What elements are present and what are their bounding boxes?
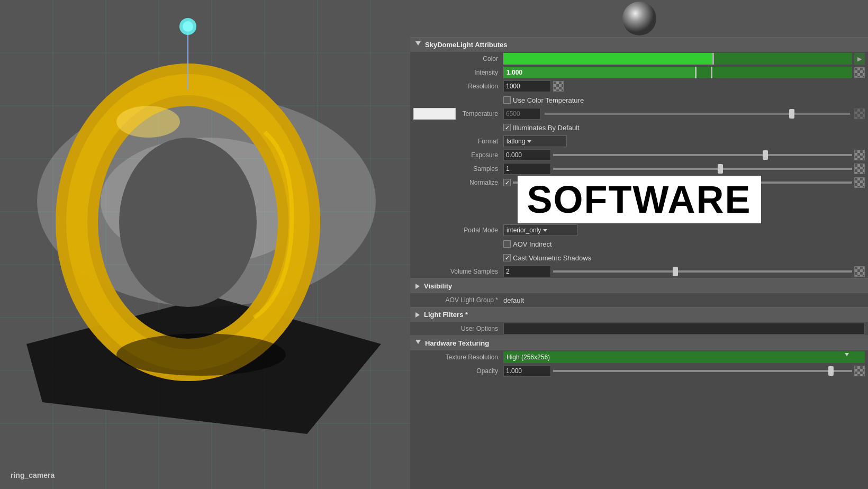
resolution-row: Resolution xyxy=(410,79,868,93)
format-dropdown-value: latlong xyxy=(507,138,525,145)
normalize-checker xyxy=(854,177,865,188)
intensity-value: 1.000 xyxy=(503,69,522,76)
software-watermark-row: Normalize SOFTWARE xyxy=(410,176,868,223)
exposure-input[interactable] xyxy=(503,149,551,161)
portal-mode-value: interior_only xyxy=(507,227,541,234)
svg-point-23 xyxy=(116,106,180,138)
software-watermark: SOFTWARE xyxy=(518,176,761,223)
volume-samples-row: Volume Samples xyxy=(410,265,868,278)
resolution-label: Resolution xyxy=(413,83,503,90)
opacity-input[interactable] xyxy=(503,365,551,377)
color-row: Color ▶ xyxy=(410,52,868,66)
format-dropdown-arrow xyxy=(527,140,531,143)
aov-light-group-row: AOV Light Group * default xyxy=(410,293,868,307)
opacity-slider[interactable] xyxy=(553,370,852,372)
user-options-value-area xyxy=(503,323,865,334)
cast-vol-shadows-checkbox[interactable] xyxy=(503,254,511,261)
exposure-row: Exposure xyxy=(410,148,868,162)
normalize-checkbox[interactable] xyxy=(503,179,511,186)
visibility-section-header[interactable]: Visibility xyxy=(410,279,868,293)
viewport: ring_camera xyxy=(0,0,410,489)
volume-samples-input[interactable] xyxy=(503,266,551,277)
samples-value-area[interactable] xyxy=(503,163,865,175)
aov-indirect-checkbox[interactable] xyxy=(503,240,511,248)
volume-samples-checker[interactable] xyxy=(854,266,865,277)
temperature-input[interactable] xyxy=(503,108,540,120)
illuminates-area: Illuminates By Default xyxy=(503,124,865,132)
aov-indirect-label: AOV Indirect xyxy=(513,240,552,248)
skydome-section-header[interactable]: SkyDomeLight Attributes xyxy=(410,38,868,52)
cast-vol-shadows-area: Cast Volumetric Shadows xyxy=(503,254,865,262)
texture-resolution-row: Texture Resolution High (256x256) xyxy=(410,350,868,364)
preview-area xyxy=(410,0,868,37)
user-options-label: User Options xyxy=(413,325,503,332)
exposure-value-area[interactable] xyxy=(503,149,865,161)
normalize-label: Normalize xyxy=(413,179,503,186)
format-value-area: latlong xyxy=(503,135,865,147)
color-value-area[interactable]: ▶ xyxy=(503,53,865,65)
illuminates-label: Illuminates By Default xyxy=(513,124,580,132)
exposure-slider[interactable] xyxy=(553,154,852,156)
format-label: Format xyxy=(413,138,503,145)
resolution-input[interactable] xyxy=(503,80,551,92)
exposure-label: Exposure xyxy=(413,151,503,159)
user-options-row: User Options xyxy=(410,322,868,336)
temperature-label: Temperature xyxy=(456,110,503,117)
portal-mode-row: Portal Mode interior_only xyxy=(410,223,868,237)
visibility-section-title: Visibility xyxy=(424,282,452,290)
opacity-label: Opacity xyxy=(413,367,503,375)
illuminates-checkbox[interactable] xyxy=(503,124,511,131)
opacity-value-area[interactable] xyxy=(503,365,865,377)
light-filters-section-title: Light Filters * xyxy=(424,311,468,319)
user-options-input[interactable] xyxy=(503,323,865,334)
skydome-section-title: SkyDomeLight Attributes xyxy=(425,41,508,49)
intensity-label: Intensity xyxy=(413,69,503,76)
properties-panel: SkyDomeLight Attributes Color ▶ Intensit… xyxy=(410,0,868,489)
intensity-row: Intensity 1.000 xyxy=(410,66,868,79)
samples-slider[interactable] xyxy=(553,168,852,170)
temperature-color-preview xyxy=(413,108,456,120)
hardware-texturing-section-title: Hardware Texturing xyxy=(425,339,489,347)
exposure-checker-btn[interactable] xyxy=(854,150,865,160)
use-color-temp-checkbox[interactable] xyxy=(503,96,511,104)
color-label: Color xyxy=(413,55,503,62)
volume-samples-value-area[interactable] xyxy=(503,266,865,277)
aov-indirect-row: AOV Indirect xyxy=(410,237,868,251)
cast-vol-shadows-row: Cast Volumetric Shadows xyxy=(410,251,868,265)
samples-row: Samples xyxy=(410,162,868,176)
svg-point-22 xyxy=(119,138,257,307)
svg-point-27 xyxy=(116,333,286,376)
svg-point-26 xyxy=(183,21,193,32)
opacity-row: Opacity xyxy=(410,364,868,378)
samples-checker-btn[interactable] xyxy=(854,164,865,174)
aov-light-group-value-area: default xyxy=(503,296,865,304)
volume-samples-slider[interactable] xyxy=(553,270,852,273)
intensity-value-area[interactable]: 1.000 xyxy=(503,67,865,78)
texture-resolution-arrow xyxy=(845,353,849,356)
cast-vol-shadows-label: Cast Volumetric Shadows xyxy=(513,254,591,262)
opacity-checker[interactable] xyxy=(854,366,865,376)
texture-resolution-label: Texture Resolution xyxy=(413,354,503,361)
format-dropdown[interactable]: latlong xyxy=(503,135,567,147)
light-filters-section-header[interactable]: Light Filters * xyxy=(410,307,868,322)
temperature-slider[interactable] xyxy=(545,113,850,115)
intensity-checker-btn[interactable] xyxy=(854,67,865,78)
texture-resolution-bar[interactable]: High (256x256) xyxy=(503,351,865,363)
illuminates-row: Illuminates By Default xyxy=(410,121,868,134)
use-color-temp-row: Use Color Temperature xyxy=(410,93,868,107)
hardware-texturing-section-header[interactable]: Hardware Texturing xyxy=(410,336,868,350)
light-filters-collapse-icon xyxy=(415,312,420,318)
color-arrow-btn[interactable]: ▶ xyxy=(854,53,865,65)
resolution-checker-btn[interactable] xyxy=(553,81,564,92)
aov-indirect-area: AOV Indirect xyxy=(503,240,865,248)
temperature-checker-btn xyxy=(854,108,865,119)
use-color-temp-area: Use Color Temperature xyxy=(503,96,865,104)
use-color-temp-label: Use Color Temperature xyxy=(513,96,584,104)
samples-input[interactable] xyxy=(503,163,551,175)
temperature-value-area xyxy=(503,108,865,120)
aov-light-group-label: AOV Light Group * xyxy=(413,296,503,304)
texture-resolution-value: High (256x256) xyxy=(507,354,550,361)
portal-mode-dropdown[interactable]: interior_only xyxy=(503,224,577,236)
color-bar[interactable] xyxy=(503,53,852,65)
portal-mode-arrow xyxy=(543,229,547,232)
